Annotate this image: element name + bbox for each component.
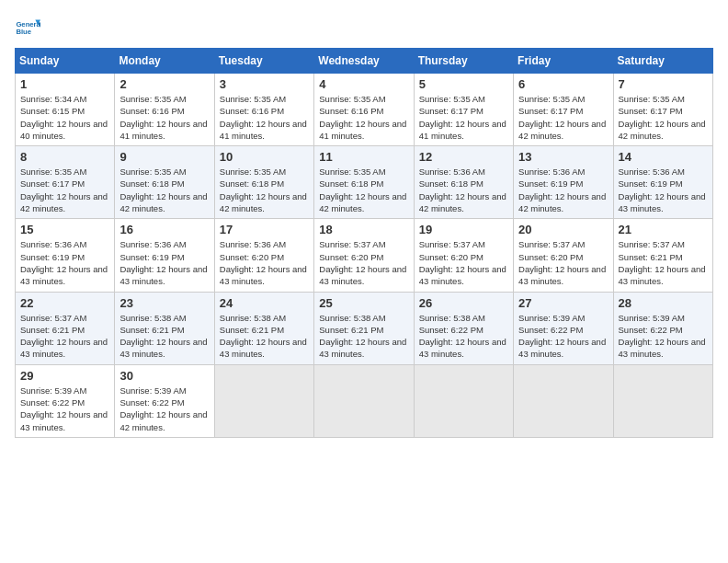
day-info: Sunrise: 5:38 AMSunset: 6:22 PMDaylight:… [419, 312, 508, 361]
day-number: 6 [518, 77, 608, 91]
day-number: 1 [20, 77, 109, 91]
calendar-day-20: 20Sunrise: 5:37 AMSunset: 6:20 PMDayligh… [514, 219, 613, 292]
calendar-day-30: 30Sunrise: 5:39 AMSunset: 6:22 PMDayligh… [115, 364, 214, 437]
calendar-day-15: 15Sunrise: 5:36 AMSunset: 6:19 PMDayligh… [16, 219, 115, 292]
calendar-day-27: 27Sunrise: 5:39 AMSunset: 6:22 PMDayligh… [514, 292, 613, 364]
calendar-day-10: 10Sunrise: 5:35 AMSunset: 6:18 PMDayligh… [214, 146, 313, 219]
weekday-header-friday: Friday [514, 49, 613, 74]
calendar-day-14: 14Sunrise: 5:36 AMSunset: 6:19 PMDayligh… [613, 146, 712, 219]
day-info: Sunrise: 5:35 AMSunset: 6:16 PMDaylight:… [220, 93, 309, 142]
day-number: 5 [419, 77, 508, 91]
calendar-day-empty [414, 364, 513, 437]
calendar-body: 1Sunrise: 5:34 AMSunset: 6:15 PMDaylight… [16, 74, 713, 438]
calendar-day-19: 19Sunrise: 5:37 AMSunset: 6:20 PMDayligh… [414, 219, 513, 292]
calendar-week-3: 15Sunrise: 5:36 AMSunset: 6:19 PMDayligh… [16, 219, 713, 292]
svg-text:Blue: Blue [16, 28, 31, 36]
weekday-header-monday: Monday [115, 49, 214, 74]
day-info: Sunrise: 5:39 AMSunset: 6:22 PMDaylight:… [20, 385, 109, 433]
day-number: 13 [518, 150, 608, 164]
day-number: 14 [619, 150, 708, 164]
day-info: Sunrise: 5:35 AMSunset: 6:16 PMDaylight:… [319, 93, 408, 142]
day-number: 22 [20, 296, 109, 310]
calendar-day-empty [314, 364, 414, 437]
calendar-week-5: 29Sunrise: 5:39 AMSunset: 6:22 PMDayligh… [16, 364, 713, 437]
calendar-day-13: 13Sunrise: 5:36 AMSunset: 6:19 PMDayligh… [514, 146, 613, 219]
weekday-header-row: SundayMondayTuesdayWednesdayThursdayFrid… [16, 49, 713, 74]
logo: General Blue [15, 15, 40, 40]
day-number: 7 [619, 77, 708, 91]
day-number: 23 [119, 296, 209, 310]
calendar-day-5: 5Sunrise: 5:35 AMSunset: 6:17 PMDaylight… [414, 74, 513, 146]
day-number: 20 [518, 223, 608, 236]
day-info: Sunrise: 5:37 AMSunset: 6:20 PMDaylight:… [518, 238, 608, 287]
calendar-day-26: 26Sunrise: 5:38 AMSunset: 6:22 PMDayligh… [414, 292, 513, 364]
calendar-day-6: 6Sunrise: 5:35 AMSunset: 6:17 PMDaylight… [514, 74, 613, 146]
weekday-header-sunday: Sunday [16, 49, 115, 74]
day-info: Sunrise: 5:38 AMSunset: 6:21 PMDaylight:… [220, 312, 309, 361]
day-info: Sunrise: 5:35 AMSunset: 6:17 PMDaylight:… [20, 166, 109, 214]
weekday-header-tuesday: Tuesday [214, 49, 313, 74]
calendar-week-1: 1Sunrise: 5:34 AMSunset: 6:15 PMDaylight… [16, 74, 713, 146]
calendar-day-8: 8Sunrise: 5:35 AMSunset: 6:17 PMDaylight… [16, 146, 115, 219]
calendar-day-3: 3Sunrise: 5:35 AMSunset: 6:16 PMDaylight… [214, 74, 313, 146]
calendar-day-9: 9Sunrise: 5:35 AMSunset: 6:18 PMDaylight… [115, 146, 214, 219]
day-info: Sunrise: 5:36 AMSunset: 6:20 PMDaylight:… [220, 238, 309, 287]
day-info: Sunrise: 5:38 AMSunset: 6:21 PMDaylight:… [119, 312, 209, 361]
day-info: Sunrise: 5:37 AMSunset: 6:20 PMDaylight:… [319, 238, 408, 287]
day-number: 25 [319, 296, 408, 310]
calendar-day-1: 1Sunrise: 5:34 AMSunset: 6:15 PMDaylight… [16, 74, 115, 146]
day-info: Sunrise: 5:36 AMSunset: 6:19 PMDaylight:… [20, 238, 109, 287]
day-info: Sunrise: 5:39 AMSunset: 6:22 PMDaylight:… [119, 385, 209, 433]
calendar-day-empty [214, 364, 313, 437]
day-info: Sunrise: 5:35 AMSunset: 6:17 PMDaylight:… [419, 93, 508, 142]
calendar-day-16: 16Sunrise: 5:36 AMSunset: 6:19 PMDayligh… [115, 219, 214, 292]
weekday-header-saturday: Saturday [613, 49, 712, 74]
calendar-day-22: 22Sunrise: 5:37 AMSunset: 6:21 PMDayligh… [16, 292, 115, 364]
day-info: Sunrise: 5:35 AMSunset: 6:17 PMDaylight:… [619, 93, 708, 142]
day-number: 28 [619, 296, 708, 310]
calendar-day-4: 4Sunrise: 5:35 AMSunset: 6:16 PMDaylight… [314, 74, 414, 146]
calendar-day-28: 28Sunrise: 5:39 AMSunset: 6:22 PMDayligh… [613, 292, 712, 364]
day-info: Sunrise: 5:36 AMSunset: 6:19 PMDaylight:… [619, 166, 708, 214]
day-info: Sunrise: 5:35 AMSunset: 6:17 PMDaylight:… [518, 93, 608, 142]
calendar-day-21: 21Sunrise: 5:37 AMSunset: 6:21 PMDayligh… [613, 219, 712, 292]
calendar-day-29: 29Sunrise: 5:39 AMSunset: 6:22 PMDayligh… [16, 364, 115, 437]
day-info: Sunrise: 5:36 AMSunset: 6:19 PMDaylight:… [518, 166, 608, 214]
day-info: Sunrise: 5:36 AMSunset: 6:19 PMDaylight:… [119, 238, 209, 287]
day-info: Sunrise: 5:37 AMSunset: 6:20 PMDaylight:… [419, 238, 508, 287]
day-info: Sunrise: 5:39 AMSunset: 6:22 PMDaylight:… [619, 312, 708, 361]
calendar-table: SundayMondayTuesdayWednesdayThursdayFrid… [15, 48, 713, 438]
day-info: Sunrise: 5:35 AMSunset: 6:18 PMDaylight:… [319, 166, 408, 214]
calendar-day-11: 11Sunrise: 5:35 AMSunset: 6:18 PMDayligh… [314, 146, 414, 219]
calendar-day-12: 12Sunrise: 5:36 AMSunset: 6:18 PMDayligh… [414, 146, 513, 219]
calendar-day-7: 7Sunrise: 5:35 AMSunset: 6:17 PMDaylight… [613, 74, 712, 146]
calendar-day-empty [613, 364, 712, 437]
page-header: General Blue [15, 15, 713, 40]
day-number: 10 [220, 150, 309, 164]
calendar-day-25: 25Sunrise: 5:38 AMSunset: 6:21 PMDayligh… [314, 292, 414, 364]
day-number: 16 [119, 223, 209, 236]
day-number: 29 [20, 369, 109, 383]
day-info: Sunrise: 5:35 AMSunset: 6:18 PMDaylight:… [220, 166, 309, 214]
day-info: Sunrise: 5:35 AMSunset: 6:16 PMDaylight:… [119, 93, 209, 142]
day-number: 17 [220, 223, 309, 236]
day-number: 27 [518, 296, 608, 310]
day-info: Sunrise: 5:34 AMSunset: 6:15 PMDaylight:… [20, 93, 109, 142]
day-info: Sunrise: 5:35 AMSunset: 6:18 PMDaylight:… [119, 166, 209, 214]
day-number: 12 [419, 150, 508, 164]
calendar-day-17: 17Sunrise: 5:36 AMSunset: 6:20 PMDayligh… [214, 219, 313, 292]
day-number: 19 [419, 223, 508, 236]
day-info: Sunrise: 5:38 AMSunset: 6:21 PMDaylight:… [319, 312, 408, 361]
day-info: Sunrise: 5:36 AMSunset: 6:18 PMDaylight:… [419, 166, 508, 214]
calendar-week-2: 8Sunrise: 5:35 AMSunset: 6:17 PMDaylight… [16, 146, 713, 219]
day-number: 15 [20, 223, 109, 236]
calendar-day-24: 24Sunrise: 5:38 AMSunset: 6:21 PMDayligh… [214, 292, 313, 364]
calendar-week-4: 22Sunrise: 5:37 AMSunset: 6:21 PMDayligh… [16, 292, 713, 364]
day-number: 30 [119, 369, 209, 383]
day-number: 9 [119, 150, 209, 164]
day-number: 8 [20, 150, 109, 164]
day-number: 18 [319, 223, 408, 236]
day-info: Sunrise: 5:37 AMSunset: 6:21 PMDaylight:… [619, 238, 708, 287]
day-number: 26 [419, 296, 508, 310]
calendar-header: SundayMondayTuesdayWednesdayThursdayFrid… [16, 49, 713, 74]
